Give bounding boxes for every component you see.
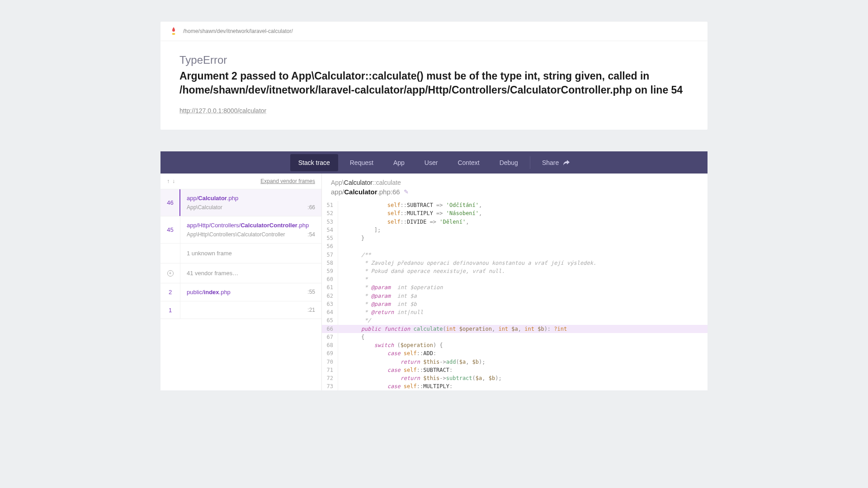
code-line: 63 * @param int $b [322,300,708,308]
stack-sidebar: ↑ ↓ Expand vendor frames 46 app/Calculat… [160,174,322,390]
code-line: 70 return $this->add($a, $b); [322,358,708,366]
code-line: 52 self::MULTIPLY => 'Násobení', [322,209,708,217]
code-line: 53 self::DIVIDE => 'Dělení', [322,218,708,226]
code-line: 67 { [322,333,708,341]
error-message: Argument 2 passed to App\Calculator::cal… [179,69,689,97]
code-header: App\Calculator::calculate app/Calculator… [322,174,708,201]
code-line: 61 * @param int $operation [322,283,708,291]
share-label: Share [542,159,559,166]
error-card: /home/shawn/dev/itnetwork/laravel-calcul… [160,22,708,130]
code-line: 71 case self::SUBTRACT: [322,366,708,374]
frame-2[interactable]: 2 public/index.php :55 [160,283,321,301]
frame-vendor[interactable]: + 41 vendor frames… [160,263,321,283]
code-line: 64 * @return int|null [322,308,708,316]
tab-user[interactable]: User [415,151,448,174]
code-line: 72 return $this->subtract($a, $b); [322,374,708,382]
code-breadcrumb: App\Calculator::calculate [331,179,698,186]
expand-vendor-frames[interactable]: Expand vendor frames [260,178,315,184]
error-type: TypeError [179,54,689,66]
frame-number: . [160,244,180,263]
frame-number: 45 [160,216,180,243]
card-body: TypeError Argument 2 passed to App\Calcu… [160,41,708,130]
code-line: 55 } [322,234,708,242]
code-line: 59 * Pokud daná operace neexistuje, vrať… [322,267,708,275]
code-line: 60 * [322,275,708,283]
tab-share[interactable]: Share [532,151,580,174]
arrow-up-icon[interactable]: ↑ [167,178,170,184]
tab-stack-trace[interactable]: Stack trace [290,154,338,171]
tab-context[interactable]: Context [448,151,489,174]
error-url[interactable]: http://127.0.0.1:8000/calculator [179,107,266,114]
main-panel: ↑ ↓ Expand vendor frames 46 app/Calculat… [160,174,708,390]
code-line: 56 [322,242,708,250]
code-panel: App\Calculator::calculate app/Calculator… [322,174,708,390]
share-icon [563,160,570,166]
code-line: 66 public function calculate(int $operat… [322,325,708,333]
tab-app[interactable]: App [383,151,415,174]
code-line: 65 */ [322,316,708,324]
code-line: 54 ]; [322,226,708,234]
code-line: 62 * @param int $a [322,292,708,300]
tabs-bar: Stack trace Request App User Context Deb… [160,151,708,174]
frame-46[interactable]: 46 app/Calculator.php App\Calculator :66 [160,189,321,216]
frame-number: 1 [160,301,180,319]
frame-number: 46 [160,189,180,216]
code-line: 69 case self::ADD: [322,349,708,357]
arrow-down-icon[interactable]: ↓ [172,178,175,184]
pencil-icon[interactable]: ✎ [404,188,409,195]
frame-number: 2 [160,283,180,301]
tab-debug[interactable]: Debug [490,151,528,174]
code-filepath: app/Calculator.php:66 ✎ [331,188,698,196]
tab-divider [530,156,530,169]
tab-request[interactable]: Request [340,151,383,174]
code-line: 51 self::SUBTRACT => 'Odčítání', [322,201,708,209]
frame-45[interactable]: 45 app/Http/Controllers/CalculatorContro… [160,216,321,244]
project-path: /home/shawn/dev/itnetwork/laravel-calcul… [183,28,293,34]
sidebar-header: ↑ ↓ Expand vendor frames [160,174,321,189]
ignition-logo-icon [170,27,177,35]
code-line: 58 * Zavolej předanou operaci definovano… [322,259,708,267]
plus-circle-icon[interactable]: + [160,263,180,283]
frame-unknown[interactable]: . 1 unknown frame [160,244,321,263]
code-line: 68 switch ($operation) { [322,341,708,349]
code-line: 57 /** [322,251,708,259]
svg-point-0 [172,33,175,35]
frame-1[interactable]: 1 :21 [160,301,321,319]
code-block: 51 self::SUBTRACT => 'Odčítání',52 self:… [322,201,708,390]
code-line: 73 case self::MULTIPLY: [322,382,708,390]
card-header: /home/shawn/dev/itnetwork/laravel-calcul… [160,22,708,41]
